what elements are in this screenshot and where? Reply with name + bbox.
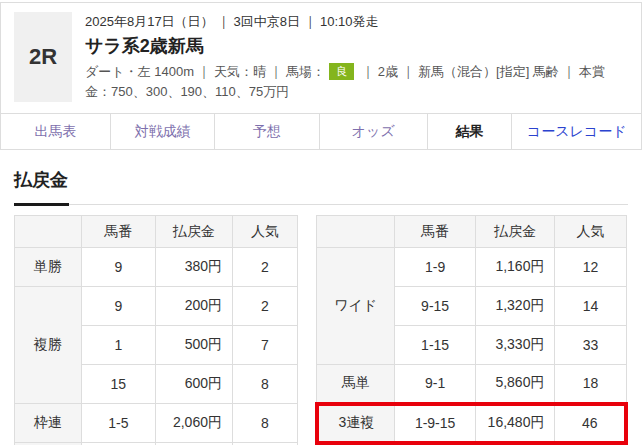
- table-header-row: 馬番払戻金人気: [317, 216, 626, 248]
- blank-header-cell: [317, 216, 395, 248]
- column-header: 人気: [232, 216, 297, 248]
- tab-entries[interactable]: 出馬表: [1, 114, 111, 149]
- payout-row-wide: ワイド1-91,160円12: [317, 248, 626, 287]
- bet-type-cell: 馬単: [317, 365, 395, 404]
- popularity-cell: 7: [232, 326, 297, 365]
- bet-type-cell: 枠連: [15, 404, 82, 443]
- column-header: 払戻金: [156, 216, 233, 248]
- popularity-cell: 2: [232, 248, 297, 287]
- tab-head-to-head[interactable]: 対戦成績: [111, 114, 215, 149]
- payout-row-trio: 3連複1-9-1516,480円46: [317, 404, 626, 443]
- popularity-cell: 8: [232, 365, 297, 404]
- horse-number-cell: 1-15: [395, 326, 476, 365]
- column-header: 払戻金: [476, 216, 555, 248]
- payout-amount-cell: 200円: [156, 287, 233, 326]
- bet-type-cell: ワイド: [317, 248, 395, 365]
- payout-amount-cell: 16,480円: [476, 404, 555, 443]
- payout-row-exacta: 馬単9-15,860円18: [317, 365, 626, 404]
- horse-number-cell: 1-9: [395, 248, 476, 287]
- column-header: 人気: [555, 216, 626, 248]
- payout-section: 払戻金 馬番払戻金人気単勝9380円2複勝9200円21500円715600円8…: [0, 170, 642, 445]
- horse-number-cell: 9-15: [395, 287, 476, 326]
- payout-amount-cell: 1,320円: [476, 287, 555, 326]
- column-header: 馬番: [395, 216, 476, 248]
- tab-prediction[interactable]: 予想: [215, 114, 319, 149]
- horse-number-cell: 1: [81, 326, 155, 365]
- blank-header-cell: [15, 216, 82, 248]
- horse-number-cell: 9: [81, 248, 155, 287]
- tab-course-record[interactable]: コースレコード: [512, 114, 641, 149]
- bet-type-cell: 単勝: [15, 248, 82, 287]
- popularity-cell: 12: [555, 248, 626, 287]
- horse-number-cell: 1-5: [81, 404, 155, 443]
- popularity-cell: 14: [555, 287, 626, 326]
- column-header: 馬番: [81, 216, 155, 248]
- race-title: サラ系2歳新馬: [85, 34, 629, 58]
- payout-amount-cell: 2,060円: [156, 404, 233, 443]
- payout-tables: 馬番払戻金人気単勝9380円2複勝9200円21500円715600円8枠連1-…: [14, 215, 628, 445]
- tab-result[interactable]: 結果: [428, 114, 512, 149]
- track-condition-badge: 良: [329, 63, 354, 80]
- payout-amount-cell: 5,860円: [476, 365, 555, 404]
- race-info: 2R 2025年8月17日（日） ｜ 3回中京8日 ｜ 10:10発走 サラ系2…: [1, 3, 641, 113]
- payout-section-title: 払戻金: [14, 170, 628, 205]
- race-meta: 2025年8月17日（日） ｜ 3回中京8日 ｜ 10:10発走 サラ系2歳新馬…: [85, 12, 629, 102]
- race-number-box: 2R: [14, 12, 72, 102]
- race-conditions: ダート・左 1400m ｜ 天気：晴 ｜ 馬場：良 ｜ 2歳 ｜ 新馬（混合）[…: [85, 62, 629, 102]
- payout-amount-cell: 1,160円: [476, 248, 555, 287]
- tab-odds[interactable]: オッズ: [320, 114, 428, 149]
- payout-row-bracket-quinella: 枠連1-52,060円8: [15, 404, 298, 443]
- payout-amount-cell: 3,330円: [476, 326, 555, 365]
- payout-amount-cell: 600円: [156, 365, 233, 404]
- popularity-cell: 2: [232, 287, 297, 326]
- bet-type-cell: 3連複: [317, 404, 395, 443]
- race-result-page: 2R 2025年8月17日（日） ｜ 3回中京8日 ｜ 10:10発走 サラ系2…: [0, 0, 642, 445]
- bet-type-cell: 複勝: [15, 287, 82, 404]
- horse-number-cell: 9: [81, 287, 155, 326]
- payout-amount-cell: 500円: [156, 326, 233, 365]
- race-date-line: 2025年8月17日（日） ｜ 3回中京8日 ｜ 10:10発走: [85, 14, 629, 30]
- horse-number-cell: 1-9-15: [395, 404, 476, 443]
- table-header-row: 馬番払戻金人気: [15, 216, 298, 248]
- popularity-cell: 8: [232, 404, 297, 443]
- tab-bar: 出馬表対戦成績予想オッズ結果コースレコード: [1, 113, 641, 149]
- payout-table-left: 馬番払戻金人気単勝9380円2複勝9200円21500円715600円8枠連1-…: [14, 215, 298, 445]
- conditions-text-before: ダート・左 1400m ｜ 天気：晴 ｜ 馬場：: [85, 64, 325, 79]
- popularity-cell: 18: [555, 365, 626, 404]
- race-header-card: 2R 2025年8月17日（日） ｜ 3回中京8日 ｜ 10:10発走 サラ系2…: [0, 2, 642, 150]
- payout-amount-cell: 380円: [156, 248, 233, 287]
- popularity-cell: 33: [555, 326, 626, 365]
- payout-table-right: 馬番払戻金人気ワイド1-91,160円129-151,320円141-153,3…: [315, 215, 628, 445]
- horse-number-cell: 9-1: [395, 365, 476, 404]
- horse-number-cell: 15: [81, 365, 155, 404]
- payout-row-place: 複勝9200円2: [15, 287, 298, 326]
- payout-row-win: 単勝9380円2: [15, 248, 298, 287]
- popularity-cell: 46: [555, 404, 626, 443]
